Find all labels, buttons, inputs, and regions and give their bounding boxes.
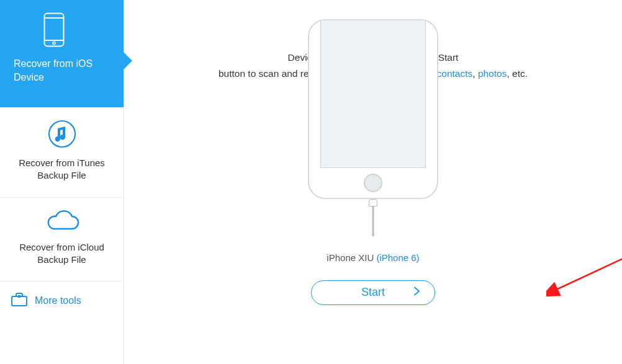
more-tools-label: More tools	[35, 295, 81, 306]
device-name: iPhone XIU (iPhone 6)	[124, 252, 622, 263]
annotation-arrow	[546, 242, 622, 304]
phone-home-button	[364, 174, 382, 192]
sidebar-item-label: Recover from iCloud Backup File	[12, 241, 111, 267]
phone-icon	[43, 12, 110, 47]
cloud-icon	[12, 210, 111, 233]
sidebar-item-ios-device[interactable]: Recover from iOS Device	[0, 0, 124, 107]
link-contacts[interactable]: contacts	[437, 68, 473, 79]
phone-illustration	[308, 94, 438, 218]
svg-rect-5	[12, 296, 27, 306]
chevron-right-icon	[413, 286, 421, 299]
cable-wire	[372, 206, 374, 236]
phone-body	[308, 19, 438, 199]
svg-rect-6	[18, 295, 20, 298]
sidebar: Recover from iOS Device Recover from iTu…	[0, 0, 124, 364]
svg-point-3	[53, 42, 55, 45]
toolbox-icon	[11, 293, 27, 309]
device-model: (iPhone 6)	[376, 252, 419, 263]
sidebar-item-icloud-backup[interactable]: Recover from iCloud Backup File	[0, 198, 124, 282]
sidebar-item-label: Recover from iTunes Backup File	[12, 157, 111, 182]
device-user-name: iPhone XIU	[327, 252, 376, 263]
phone-screen	[320, 20, 426, 168]
svg-point-4	[49, 121, 75, 147]
more-tools-button[interactable]: More tools	[0, 282, 124, 320]
link-photos[interactable]: photos	[478, 68, 507, 79]
cable-plug	[369, 199, 377, 206]
start-button-label: Start	[361, 286, 385, 299]
start-button[interactable]: Start	[311, 280, 435, 305]
sidebar-item-label: Recover from iOS Device	[14, 57, 110, 84]
main-content: Device connected, please click the Start…	[124, 0, 622, 364]
sidebar-item-itunes-backup[interactable]: Recover from iTunes Backup File	[0, 107, 124, 198]
music-note-icon	[12, 120, 111, 148]
